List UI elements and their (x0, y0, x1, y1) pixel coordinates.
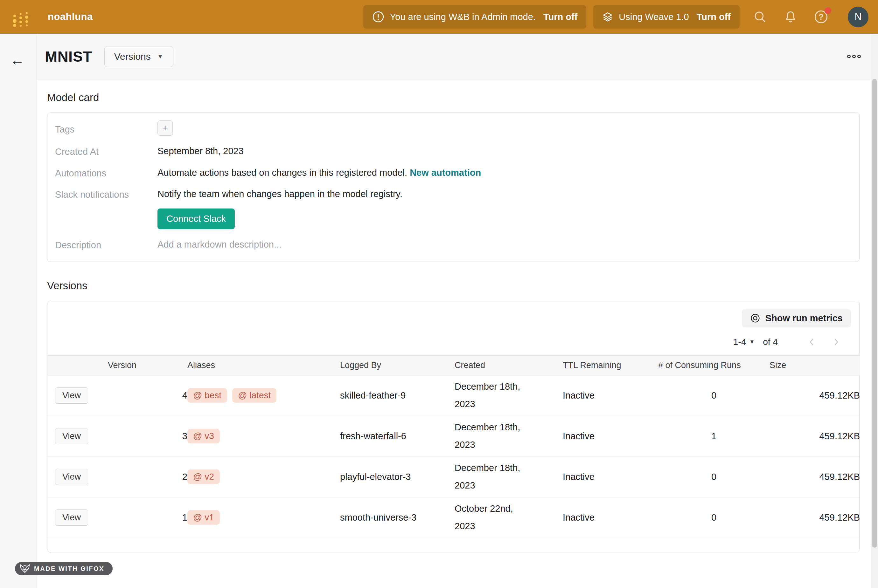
versions-table-body: View4@ best@ latestskilled-feather-9Dece… (47, 375, 860, 538)
logged-by: smooth-universe-3 (340, 497, 455, 538)
versions-dropdown-label: Versions (114, 51, 151, 62)
slack-value: Notify the team when changes happen in t… (158, 188, 402, 229)
topbar-icons: ? N (753, 7, 869, 27)
logged-by: skilled-feather-9 (340, 375, 455, 416)
entity-name[interactable]: noahluna (48, 11, 93, 22)
back-arrow-button[interactable]: ← (10, 53, 36, 68)
created-at-row: Created At September 8th, 2023 (55, 145, 859, 158)
artifact-size: 459.12KB (770, 497, 860, 538)
admin-turn-off-button[interactable]: Turn off (543, 12, 577, 22)
made-with-gifox-badge: MADE WITH GIFOX (15, 562, 113, 575)
pagination-range-dropdown[interactable]: 1-4 ▼ (733, 337, 755, 347)
view-version-button[interactable]: View (55, 387, 88, 404)
versions-table: VersionAliasesLogged ByCreatedTTL Remain… (47, 356, 860, 538)
chevron-down-icon: ▼ (157, 53, 164, 60)
eye-icon (750, 313, 760, 323)
view-version-button[interactable]: View (55, 510, 88, 526)
view-version-button[interactable]: View (55, 469, 88, 485)
gifox-badge-text: MADE WITH GIFOX (34, 565, 104, 572)
slack-label: Slack notifications (55, 188, 158, 200)
column-header-version: Version (108, 356, 187, 375)
column-header-ttl: TTL Remaining (563, 356, 658, 375)
wandb-model-registry-page: noahluna You are using W&B in Admin mode… (0, 0, 878, 588)
notifications-bell-icon[interactable] (783, 10, 798, 24)
description-row: Description Add a markdown description..… (55, 239, 859, 251)
alias-badges: @ v1 (187, 510, 220, 525)
fox-icon (20, 564, 30, 573)
weave-banner-text: Using Weave 1.0 (619, 12, 689, 22)
page-content: Model card Tags + Created At September 8… (37, 92, 878, 552)
new-automation-link[interactable]: New automation (410, 168, 481, 178)
overflow-menu-button[interactable] (845, 53, 863, 60)
admin-mode-banner: You are using W&B in Admin mode. Turn of… (363, 5, 586, 28)
created-date: October 22nd, 2023 (455, 497, 563, 538)
vertical-scrollbar-track[interactable] (871, 34, 878, 588)
alias-badges: @ best@ latest (187, 388, 277, 403)
pagination: 1-4 ▼ of 4 (47, 327, 859, 347)
admin-mode-text: You are using W&B in Admin mode. (390, 12, 536, 22)
model-card: Tags + Created At September 8th, 2023 Au… (47, 112, 860, 262)
versions-heading: Versions (47, 280, 860, 292)
view-version-button[interactable]: View (55, 428, 88, 444)
column-header-size: Size (770, 356, 860, 375)
version-number: 3 (108, 416, 187, 456)
consuming-runs-count: 0 (658, 497, 770, 538)
slack-row: Slack notifications Notify the team when… (55, 188, 859, 229)
caret-down-icon: ▼ (749, 339, 755, 345)
alias-badge[interactable]: @ best (187, 388, 227, 403)
chevron-right-icon[interactable] (831, 337, 841, 347)
consuming-runs-count: 0 (658, 375, 770, 416)
view-column-header (47, 356, 108, 375)
connect-slack-button[interactable]: Connect Slack (158, 208, 235, 229)
vertical-scrollbar-thumb[interactable] (872, 79, 877, 548)
tags-label: Tags (55, 123, 158, 135)
wandb-dots-logo-icon[interactable] (12, 7, 30, 27)
search-icon[interactable] (753, 10, 767, 24)
automations-value: Automate actions based on changes in thi… (158, 167, 481, 179)
model-card-heading: Model card (47, 92, 860, 104)
ttl-remaining: Inactive (563, 497, 658, 538)
created-at-value: September 8th, 2023 (158, 145, 244, 158)
version-number: 2 (108, 456, 187, 497)
created-date: December 18th, 2023 (455, 375, 563, 416)
alias-badge[interactable]: @ v3 (187, 429, 220, 443)
page-title: MNIST (45, 48, 92, 65)
column-header-created: Created (455, 356, 563, 375)
pagination-total: of 4 (763, 337, 778, 347)
table-row: View3@ v3fresh-waterfall-6December 18th,… (47, 416, 860, 456)
weave-turn-off-button[interactable]: Turn off (697, 12, 731, 22)
weave-banner: Using Weave 1.0 Turn off (593, 5, 740, 28)
ttl-remaining: Inactive (563, 456, 658, 497)
alias-badge[interactable]: @ v1 (187, 510, 220, 525)
automations-label: Automations (55, 167, 158, 178)
versions-dropdown[interactable]: Versions ▼ (104, 46, 173, 67)
notification-dot (825, 7, 831, 14)
help-icon[interactable]: ? (814, 10, 828, 24)
description-placeholder[interactable]: Add a markdown description... (158, 239, 281, 251)
table-row: View1@ v1smooth-universe-3October 22nd, … (47, 497, 860, 538)
description-label: Description (55, 239, 158, 250)
layers-icon (602, 12, 613, 22)
consuming-runs-count: 1 (658, 416, 770, 456)
alias-badges: @ v3 (187, 429, 220, 443)
warning-icon (372, 11, 384, 23)
main-area: MNIST Versions ▼ Model card Tags + Creat… (37, 34, 878, 588)
alias-badge[interactable]: @ v2 (187, 470, 220, 484)
ttl-remaining: Inactive (563, 375, 658, 416)
pagination-nav (807, 337, 841, 347)
show-run-metrics-button[interactable]: Show run metrics (742, 309, 851, 327)
table-row: View2@ v2playful-elevator-3December 18th… (47, 456, 860, 497)
artifact-size: 459.12KB (770, 416, 860, 456)
alias-badge[interactable]: @ latest (232, 388, 277, 403)
automations-row: Automations Automate actions based on ch… (55, 167, 859, 179)
slack-text: Notify the team when changes happen in t… (158, 189, 402, 199)
logged-by: fresh-waterfall-6 (340, 416, 455, 456)
version-number: 1 (108, 497, 187, 538)
page-header: MNIST Versions ▼ (37, 34, 878, 80)
add-tag-button[interactable]: + (158, 120, 173, 136)
chevron-left-icon[interactable] (807, 337, 816, 347)
user-avatar[interactable]: N (848, 7, 869, 27)
ttl-remaining: Inactive (563, 416, 658, 456)
artifact-size: 459.12KB (770, 456, 860, 497)
automations-text: Automate actions based on changes in thi… (158, 168, 407, 178)
